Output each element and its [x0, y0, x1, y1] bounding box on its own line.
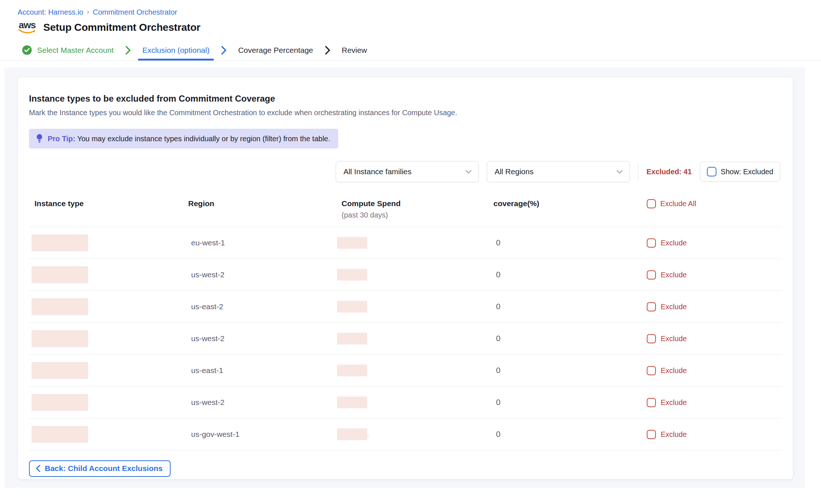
- breadcrumb-page-link[interactable]: Commitment Orchestrator: [93, 8, 177, 17]
- exclude-checkbox[interactable]: [647, 366, 656, 375]
- coverage-cell: 0: [488, 398, 644, 407]
- exclude-label: Exclude: [661, 271, 687, 279]
- redacted-compute-spend: [337, 269, 367, 281]
- region-cell: us-west-2: [183, 334, 334, 343]
- region-cell: eu-west-1: [183, 238, 334, 247]
- instance-type-cell: [29, 298, 183, 315]
- compute-spend-cell: [334, 237, 488, 249]
- region-cell: us-east-2: [183, 302, 334, 311]
- page-header: Account: Harness.io › Commitment Orchest…: [0, 0, 821, 34]
- check-circle-icon: [22, 45, 32, 55]
- redacted-compute-spend: [337, 237, 367, 249]
- excluded-count: Excluded: 41: [646, 168, 692, 176]
- regions-value: All Regions: [495, 167, 533, 176]
- show-excluded-checkbox[interactable]: [707, 167, 716, 176]
- breadcrumb-account-link[interactable]: Account: Harness.io: [18, 8, 83, 17]
- compute-spend-cell: [334, 301, 488, 313]
- redacted-compute-spend: [337, 365, 367, 376]
- content-area: Instance types to be excluded from Commi…: [4, 67, 805, 488]
- table-row: us-west-2 0 Exclude: [29, 259, 782, 291]
- step-label: Coverage Percentage: [238, 46, 313, 55]
- redacted-compute-spend: [337, 333, 367, 344]
- step-select-master-account[interactable]: Select Master Account: [16, 40, 120, 61]
- header-region: Region: [183, 199, 334, 208]
- step-chevron-icon: [220, 45, 227, 55]
- exclude-checkbox[interactable]: [647, 270, 656, 280]
- exclude-checkbox[interactable]: [647, 334, 656, 343]
- exclude-control: Exclude: [644, 430, 782, 439]
- compute-spend-cell: [334, 397, 488, 408]
- chevron-down-icon: [616, 170, 623, 174]
- show-excluded-label: Show: Excluded: [721, 168, 773, 176]
- compute-spend-cell: [334, 333, 488, 344]
- show-excluded-toggle[interactable]: Show: Excluded: [700, 162, 780, 182]
- exclude-label: Exclude: [661, 398, 687, 407]
- card-subtitle: Mark the Instance types you would like t…: [29, 109, 782, 117]
- region-cell: us-gov-west-1: [183, 430, 334, 439]
- step-label: Review: [342, 46, 367, 55]
- table-row: us-west-2 0 Exclude: [29, 387, 782, 419]
- step-review[interactable]: Review: [336, 40, 373, 61]
- page-title: Setup Commitment Orchestrator: [43, 22, 200, 33]
- table-row: us-west-2 0 Exclude: [29, 323, 782, 355]
- step-label: Exclusion (optional): [142, 46, 209, 55]
- redacted-compute-spend: [337, 397, 367, 408]
- instance-families-value: All Instance families: [343, 167, 412, 176]
- instance-families-select[interactable]: All Instance families: [336, 161, 479, 182]
- exclude-checkbox[interactable]: [647, 430, 656, 439]
- instance-type-cell: [29, 266, 183, 283]
- exclude-all-control: Exclude All: [644, 199, 782, 208]
- exclude-label: Exclude: [661, 335, 687, 343]
- vertical-divider: [638, 163, 638, 180]
- step-coverage-percentage[interactable]: Coverage Percentage: [232, 40, 319, 61]
- step-exclusion[interactable]: Exclusion (optional): [136, 40, 215, 61]
- table-body: eu-west-1 0 Exclude: [29, 227, 782, 450]
- regions-select[interactable]: All Regions: [487, 161, 630, 182]
- exclude-control: Exclude: [644, 398, 782, 407]
- aws-logo-text: aws: [19, 21, 36, 29]
- exclude-control: Exclude: [644, 366, 782, 375]
- redacted-instance-type: [32, 362, 88, 379]
- header-compute-spend: Compute Spend (past 30 days): [334, 199, 488, 219]
- region-cell: us-west-2: [183, 270, 334, 279]
- wizard-stepper: Select Master Account Exclusion (optiona…: [0, 40, 821, 61]
- step-chevron-icon: [125, 45, 131, 55]
- step-label: Select Master Account: [37, 46, 114, 55]
- header-coverage: coverage(%): [488, 199, 644, 208]
- exclude-checkbox[interactable]: [647, 238, 656, 248]
- header-instance-type: Instance type: [29, 199, 183, 208]
- redacted-compute-spend: [337, 428, 367, 440]
- filter-row: All Instance families All Regions Exclud…: [29, 161, 782, 182]
- breadcrumb: Account: Harness.io › Commitment Orchest…: [18, 8, 821, 17]
- exclude-checkbox[interactable]: [647, 302, 656, 311]
- exclude-control: Exclude: [644, 302, 782, 311]
- table-row: us-gov-west-1 . 0 Exclude: [29, 419, 782, 450]
- back-button[interactable]: Back: Child Account Exclusions: [29, 460, 171, 477]
- coverage-cell: 0: [488, 366, 644, 375]
- card-title: Instance types to be excluded from Commi…: [29, 94, 782, 104]
- redacted-instance-type: [32, 330, 88, 347]
- instance-type-cell: [29, 330, 183, 347]
- compute-spend-cell: [334, 365, 488, 376]
- chevron-left-icon: [36, 465, 40, 472]
- pro-tip-label: Pro Tip:: [48, 135, 75, 143]
- redacted-compute-spend: [337, 301, 367, 313]
- region-cell: us-east-1: [183, 366, 334, 375]
- redacted-instance-type: [32, 394, 88, 411]
- coverage-cell: 0: [488, 430, 644, 439]
- exclude-label: Exclude: [661, 430, 687, 439]
- exclude-checkbox[interactable]: [647, 398, 656, 407]
- table-row: us-east-2 0 Exclude: [29, 291, 782, 323]
- table-header-row: Instance type Region Compute Spend (past…: [29, 199, 782, 227]
- redacted-instance-type: [32, 298, 88, 315]
- instance-type-cell: [29, 362, 183, 379]
- exclude-all-checkbox[interactable]: [647, 199, 656, 208]
- breadcrumb-chevron-icon: ›: [87, 8, 89, 16]
- compute-spend-cell: .: [334, 428, 488, 440]
- coverage-cell: 0: [488, 270, 644, 280]
- coverage-cell: 0: [488, 334, 644, 343]
- instance-type-cell: [29, 394, 183, 411]
- pro-tip-banner: Pro Tip: You may exclude instance types …: [29, 129, 338, 149]
- header-compute-spend-sub: (past 30 days): [342, 211, 488, 219]
- exclusion-card: Instance types to be excluded from Commi…: [18, 77, 793, 479]
